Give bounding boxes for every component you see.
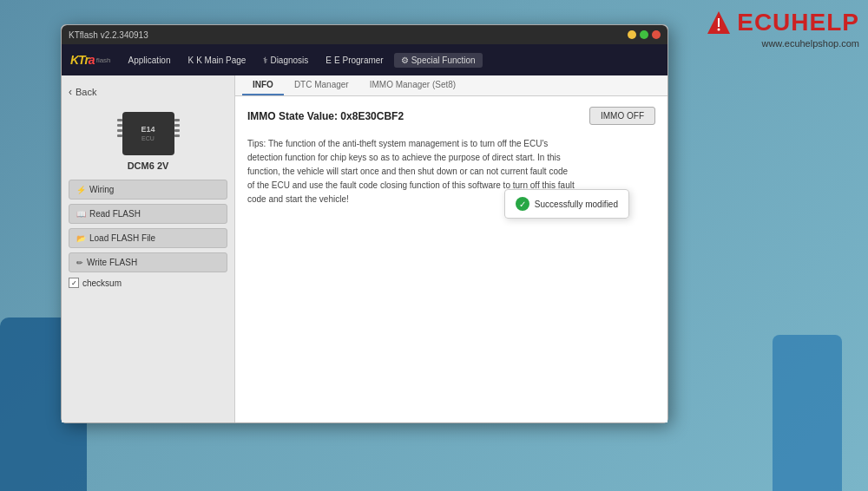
tab-immo[interactable]: IMMO Manager (Set8)	[359, 75, 466, 95]
write-icon: ✏	[76, 259, 83, 267]
back-link[interactable]: ‹ Back	[69, 86, 227, 98]
chip-pin	[117, 134, 122, 137]
brand-logo: ECUHELP www.ecuhelpshop.com	[706, 9, 859, 49]
chip-pin	[174, 124, 180, 127]
nav-diagnosis[interactable]: ⚕ Diagnosis	[256, 53, 315, 68]
checksum-row: ✓ checksum	[69, 278, 227, 288]
ecu-icon-area: E14 ECU DCM6 2V	[69, 112, 227, 171]
immo-state-row: IMMO State Value: 0x8E30CBF2 IMMO OFF	[247, 107, 655, 125]
back-arrow-icon: ‹	[69, 86, 72, 98]
chip-pins-right	[174, 119, 180, 137]
chip-pin	[117, 124, 122, 127]
nav-bar: KTra flash Application K K Main Page ⚕ D…	[62, 44, 667, 75]
load-flash-button[interactable]: 📂 Load FLASH File	[69, 228, 227, 248]
logo-sub: flash	[96, 56, 111, 64]
chip-inner: E14 ECU	[141, 125, 155, 143]
nav-application[interactable]: Application	[122, 53, 178, 68]
chip-pins-left	[117, 119, 122, 137]
ecu-chip: E14 ECU	[122, 112, 174, 155]
wiring-icon: ⚡	[76, 186, 86, 194]
read-flash-button[interactable]: 📖 Read FLASH	[69, 204, 227, 224]
main-content: INFO DTC Manager IMMO Manager (Set8) IMM…	[235, 75, 667, 422]
nav-programer[interactable]: E E Programer	[319, 53, 390, 68]
chip-pin	[117, 119, 122, 121]
chip-pin	[117, 129, 122, 132]
load-icon: 📂	[76, 234, 86, 243]
tab-info[interactable]: INFO	[242, 75, 284, 95]
brand-name: ECUHELP	[737, 9, 859, 36]
nav-special-function[interactable]: ⚙ Special Function	[394, 53, 483, 68]
chip-sublabel: ECU	[141, 134, 155, 142]
chip-label: E14	[141, 125, 155, 135]
tips-section: Tips: The function of the anti-theft sys…	[247, 137, 655, 206]
maximize-button[interactable]	[640, 30, 648, 39]
content-area: ‹ Back E14 ECU	[62, 75, 667, 422]
write-flash-button[interactable]: ✏ Write FLASH	[69, 252, 227, 272]
info-panel: IMMO State Value: 0x8E30CBF2 IMMO OFF Ti…	[235, 96, 667, 217]
brand-arrow-icon	[706, 10, 732, 36]
read-icon: 📖	[76, 210, 86, 219]
wiring-button[interactable]: ⚡ Wiring	[69, 180, 227, 200]
ecu-model-label: DCM6 2V	[128, 160, 169, 171]
checksum-checkbox[interactable]: ✓	[69, 278, 79, 288]
checksum-label: checksum	[82, 278, 122, 288]
success-icon: ✓	[516, 197, 529, 211]
success-message: Successfully modified	[535, 200, 618, 209]
window-title: KTflash v2.2.340913	[69, 30, 148, 40]
brand-url: www.ecuhelpshop.com	[706, 38, 859, 49]
app-logo: KTra flash	[70, 53, 111, 67]
bucket-right-decoration	[773, 335, 842, 491]
chip-pin	[174, 119, 180, 121]
title-bar: KTflash v2.2.340913	[62, 25, 667, 44]
tab-dtc[interactable]: DTC Manager	[284, 75, 359, 95]
app-window: KTflash v2.2.340913 KTra flash Applicati…	[61, 24, 668, 423]
logo-text: KTra	[70, 53, 95, 67]
window-controls	[628, 30, 661, 39]
chip-pin	[174, 129, 180, 132]
back-label: Back	[76, 87, 96, 97]
sidebar: ‹ Back E14 ECU	[62, 75, 235, 422]
nav-main-page[interactable]: K K Main Page	[181, 53, 253, 68]
close-button[interactable]	[652, 30, 661, 39]
tab-bar: INFO DTC Manager IMMO Manager (Set8)	[235, 75, 667, 96]
chip-pin	[174, 134, 180, 137]
immo-off-button[interactable]: IMMO OFF	[589, 107, 655, 125]
immo-state-label: IMMO State Value: 0x8E30CBF2	[247, 110, 404, 122]
svg-point-2	[718, 29, 720, 31]
minimize-button[interactable]	[628, 30, 636, 39]
success-toast: ✓ Successfully modified	[504, 189, 629, 219]
